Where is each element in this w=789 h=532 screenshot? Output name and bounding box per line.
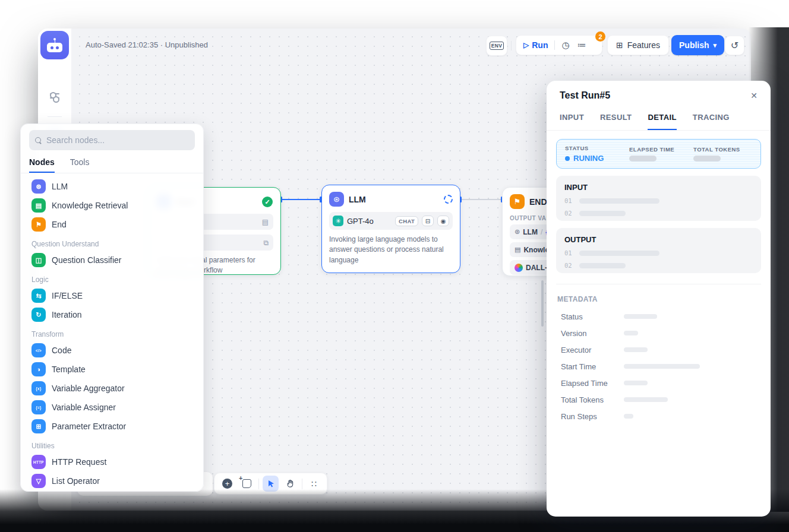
run-history-icon[interactable]: ◷ bbox=[561, 40, 569, 50]
panel-title: Test Run#5 bbox=[560, 90, 610, 101]
chat-mode-badge: CHAT bbox=[395, 216, 418, 226]
meta-skeleton bbox=[624, 381, 648, 385]
node-item-list-operator[interactable]: ▽ List Operator bbox=[29, 471, 195, 490]
group-question-understand: Question Understand bbox=[29, 234, 195, 251]
node-item-knowledge-retrieval[interactable]: ▤ Knowledge Retrieval bbox=[29, 196, 195, 215]
canvas-scrollbar[interactable] bbox=[541, 280, 544, 327]
meta-row-total-tokens: Total Tokens bbox=[556, 391, 761, 408]
vision-eye-icon: ◉ bbox=[437, 216, 449, 226]
rail-divider bbox=[48, 116, 62, 117]
node-item-parameter-extractor[interactable]: ⊞ Parameter Extractor bbox=[29, 417, 195, 436]
organize-nodes-button[interactable]: ∷ bbox=[306, 476, 322, 492]
node-search-panel: Search nodes... Nodes Tools ⊛ LLM ▤ Know… bbox=[20, 124, 204, 492]
close-icon[interactable]: ✕ bbox=[750, 91, 758, 100]
pointer-mode-button[interactable] bbox=[263, 476, 279, 492]
node-item-end[interactable]: ⚑ End bbox=[29, 215, 195, 234]
llm-node[interactable]: ⊛ LLM ✳ GPT-4o CHAT ⊟ ◉ Invoking large l… bbox=[321, 185, 460, 273]
hand-icon bbox=[286, 479, 295, 488]
tab-nodes[interactable]: Nodes bbox=[29, 157, 55, 173]
node-item-iteration[interactable]: ↻ Iteration bbox=[29, 305, 195, 324]
node-item-question-classifier[interactable]: ◫ Question Classifier bbox=[29, 251, 195, 270]
node-item-code[interactable]: </> Code bbox=[29, 341, 195, 360]
group-transform: Transform bbox=[29, 324, 195, 341]
search-input[interactable]: Search nodes... bbox=[29, 130, 195, 150]
output-skeleton bbox=[579, 263, 626, 268]
notification-badge: 2 bbox=[595, 31, 605, 42]
extractor-icon: ⊞ bbox=[31, 419, 46, 433]
edge-start-to-llm bbox=[281, 199, 321, 200]
publish-button[interactable]: Publish ▾ bbox=[671, 35, 724, 55]
node-panel-tabs: Nodes Tools bbox=[29, 157, 195, 173]
note-plus-icon bbox=[242, 479, 251, 488]
branch-icon: ⇆ bbox=[31, 289, 46, 303]
meta-row-elapsed-time: Elapsed Time bbox=[556, 375, 761, 391]
aggregator-icon: {x} bbox=[31, 381, 46, 395]
run-button[interactable]: ▷ Run bbox=[523, 40, 548, 50]
llm-var-icon: ⊛ bbox=[515, 228, 520, 236]
search-placeholder: Search nodes... bbox=[46, 135, 105, 145]
checklist-icon[interactable]: ≔ bbox=[577, 40, 586, 50]
knowledge-icon: ▤ bbox=[31, 198, 46, 213]
loading-spinner-icon bbox=[444, 195, 453, 204]
robot-icon bbox=[46, 38, 64, 52]
input-skeleton bbox=[579, 198, 659, 204]
screenshot-stage: Auto-Saved 21:02:35 · Unpublished ENV ▷ … bbox=[0, 0, 789, 532]
meta-row-status: Status bbox=[556, 308, 761, 325]
node-list: ⊛ LLM ▤ Knowledge Retrieval ⚑ End Questi… bbox=[29, 173, 195, 490]
tab-input[interactable]: INPUT bbox=[560, 113, 584, 130]
elapsed-time-skeleton bbox=[629, 156, 657, 162]
add-node-button[interactable]: + bbox=[219, 476, 235, 492]
copy-icon: ⧉ bbox=[263, 239, 269, 247]
meta-row-version: Version bbox=[556, 325, 761, 341]
meta-skeleton bbox=[624, 414, 633, 419]
llm-node-icon: ⊛ bbox=[329, 192, 344, 207]
hand-mode-button[interactable] bbox=[282, 476, 298, 492]
node-item-http-request[interactable]: HTTP HTTP Request bbox=[29, 452, 195, 471]
features-button[interactable]: ⊞ Features bbox=[607, 35, 669, 55]
model-selector[interactable]: ✳ GPT-4o CHAT ⊟ ◉ bbox=[329, 212, 453, 230]
openai-icon: ✳ bbox=[333, 216, 343, 226]
tab-tracing[interactable]: TRACING bbox=[693, 113, 730, 130]
code-icon: </> bbox=[31, 343, 46, 357]
node-item-variable-aggregator[interactable]: {x} Variable Aggregator bbox=[29, 379, 195, 398]
app-logo[interactable] bbox=[40, 31, 69, 59]
knowledge-var-icon: ▤ bbox=[515, 246, 520, 254]
node-item-if-else[interactable]: ⇆ IF/ELSE bbox=[29, 286, 195, 305]
document-icon: ▤ bbox=[262, 218, 269, 226]
node-item-template[interactable]: ◑ Template bbox=[29, 360, 195, 379]
group-logic: Logic bbox=[29, 270, 195, 286]
tab-result[interactable]: RESULT bbox=[600, 113, 632, 130]
edge-llm-to-end bbox=[460, 199, 502, 200]
filter-icon: ▽ bbox=[31, 474, 46, 488]
version-history-button[interactable]: ↺ bbox=[725, 36, 744, 55]
meta-skeleton bbox=[624, 397, 668, 402]
llm-node-description: Invoking large language models to answer… bbox=[329, 235, 453, 265]
meta-skeleton bbox=[624, 347, 648, 352]
end-node-icon: ⚑ bbox=[510, 194, 525, 209]
node-item-variable-assigner[interactable]: {=} Variable Assigner bbox=[29, 398, 195, 417]
total-tokens-label: TOTAL TOKENS bbox=[693, 146, 740, 153]
robot-badge-icon: ⊟ bbox=[422, 216, 434, 226]
tab-tools[interactable]: Tools bbox=[70, 157, 90, 173]
env-icon: ENV bbox=[490, 42, 504, 50]
success-check-icon: ✓ bbox=[262, 197, 273, 207]
canvas-toolbar: + ∷ bbox=[214, 473, 327, 495]
classifier-icon: ◫ bbox=[31, 253, 46, 267]
play-icon: ▷ bbox=[523, 41, 529, 49]
env-button[interactable]: ENV bbox=[486, 36, 507, 56]
node-item-llm[interactable]: ⊛ LLM bbox=[29, 177, 195, 196]
autosave-status: Auto-Saved 21:02:35 · Unpublished bbox=[86, 40, 208, 49]
meta-skeleton bbox=[624, 364, 700, 369]
http-icon: HTTP bbox=[31, 455, 46, 469]
tab-detail[interactable]: DETAIL bbox=[648, 113, 676, 130]
total-tokens-skeleton bbox=[693, 156, 721, 162]
meta-row-executor: Executor bbox=[556, 341, 761, 358]
assigner-icon: {=} bbox=[31, 400, 46, 414]
preferences-icon[interactable] bbox=[50, 90, 59, 102]
loop-icon: ↻ bbox=[31, 308, 46, 322]
llm-icon: ⊛ bbox=[31, 179, 46, 194]
run-panel-tabs: INPUT RESULT DETAIL TRACING bbox=[556, 113, 761, 130]
meta-row-run-steps: Run Steps bbox=[556, 408, 761, 425]
meta-skeleton bbox=[624, 331, 638, 335]
add-note-button[interactable] bbox=[239, 476, 255, 492]
